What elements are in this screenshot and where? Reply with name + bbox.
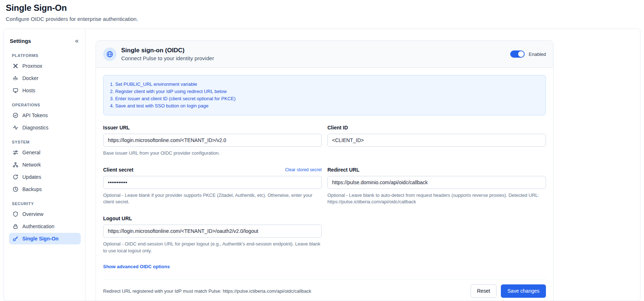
sidebar-title: Settings xyxy=(10,38,31,44)
sidebar-item-network[interactable]: Network xyxy=(9,159,81,171)
collapse-sidebar-icon[interactable]: « xyxy=(74,37,80,45)
sidebar-item-label: Network xyxy=(22,162,41,168)
section-label-system: SYSTEM xyxy=(12,140,78,144)
logout-url-input[interactable] xyxy=(103,225,322,238)
client-secret-field-group: Client secret Clear stored secret Option… xyxy=(103,167,322,206)
setup-steps-box: 1. Set PUBLIC_URL environment variable 2… xyxy=(103,75,546,115)
issuer-url-help: Base issuer URL from your OIDC provider … xyxy=(103,150,322,157)
issuer-url-field-group: Issuer URL Base issuer URL from your OID… xyxy=(103,125,322,157)
logout-url-field-group: Logout URL Optional - OIDC end-session U… xyxy=(103,216,322,254)
client-id-label: Client ID xyxy=(327,125,348,130)
settings-sidebar: Settings « PLATFORMS Proxmox Docker Host… xyxy=(4,29,85,301)
reset-button[interactable]: Reset xyxy=(471,284,497,298)
key-icon xyxy=(13,236,18,242)
sso-card-header: Single sign-on (OIDC) Connect Pulse to y… xyxy=(96,41,553,68)
sso-header-text: Single sign-on (OIDC) Connect Pulse to y… xyxy=(121,47,214,61)
show-advanced-options-link[interactable]: Show advanced OIDC options xyxy=(103,264,170,269)
sidebar-header: Settings « xyxy=(9,37,81,47)
sidebar-item-hosts[interactable]: Hosts xyxy=(9,85,81,96)
setup-step: 3. Enter issuer and client ID (client se… xyxy=(110,96,539,102)
main-content: Single sign-on (OIDC) Connect Pulse to y… xyxy=(85,29,640,301)
client-secret-help: Optional - Leave blank if your provider … xyxy=(103,192,322,206)
sidebar-item-proxmox[interactable]: Proxmox xyxy=(9,60,81,72)
sidebar-item-label: Updates xyxy=(22,174,41,180)
save-changes-button[interactable]: Save changes xyxy=(501,284,546,298)
activity-icon xyxy=(13,125,18,130)
section-label-platforms: PLATFORMS xyxy=(12,53,78,58)
clear-stored-secret-link[interactable]: Clear stored secret xyxy=(285,167,322,172)
sso-card-footer: Redirect URL registered with your IdP mu… xyxy=(103,279,546,298)
settings-card: Settings « PLATFORMS Proxmox Docker Host… xyxy=(4,28,640,301)
docker-icon xyxy=(13,75,18,81)
monitor-icon xyxy=(13,88,18,93)
sso-toggle-group: Enabled xyxy=(510,50,546,58)
client-id-input[interactable] xyxy=(327,134,546,147)
sidebar-item-label: Docker xyxy=(22,75,38,81)
sidebar-item-general[interactable]: General xyxy=(9,147,81,158)
redirect-url-field-group: Redirect URL Optional - Leave blank to a… xyxy=(327,167,546,206)
page-title: Single Sign-On xyxy=(6,3,638,13)
redirect-match-note: Redirect URL registered with your IdP mu… xyxy=(103,288,311,294)
client-secret-input[interactable] xyxy=(103,176,322,189)
sidebar-item-label: Authentication xyxy=(22,223,54,229)
sidebar-item-diagnostics[interactable]: Diagnostics xyxy=(9,122,81,133)
sidebar-item-label: Single Sign-On xyxy=(22,236,58,242)
footer-buttons: Reset Save changes xyxy=(471,284,546,298)
lock-icon xyxy=(13,223,18,229)
toggle-label: Enabled xyxy=(529,52,546,57)
toggle-knob xyxy=(518,51,524,57)
sso-subtitle: Connect Pulse to your identity provider xyxy=(121,55,214,61)
setup-step: 4. Save and test with SSO button on logi… xyxy=(110,103,539,109)
empty-grid-cell xyxy=(327,216,546,254)
sidebar-item-single-sign-on[interactable]: Single Sign-On xyxy=(9,233,81,244)
setup-step: 2. Register client with your IdP using r… xyxy=(110,88,539,95)
sidebar-item-updates[interactable]: Updates xyxy=(9,171,81,183)
sidebar-item-overview[interactable]: Overview xyxy=(9,208,81,220)
sso-form: Issuer URL Base issuer URL from your OID… xyxy=(103,125,546,254)
globe-icon xyxy=(103,48,116,61)
sidebar-item-label: General xyxy=(22,150,40,155)
sidebar-item-backups[interactable]: Backups xyxy=(9,183,81,195)
issuer-url-input[interactable] xyxy=(103,134,322,147)
refresh-icon xyxy=(13,174,18,180)
sidebar-item-label: Hosts xyxy=(22,88,35,93)
shield-icon xyxy=(13,211,18,217)
sidebar-item-label: Overview xyxy=(22,211,43,217)
badge-check-icon xyxy=(13,112,18,118)
section-label-operations: OPERATIONS xyxy=(12,103,78,107)
clock-icon xyxy=(13,186,18,192)
sidebar-item-label: API Tokens xyxy=(22,112,48,118)
sidebar-item-api-tokens[interactable]: API Tokens xyxy=(9,110,81,121)
redirect-url-input[interactable] xyxy=(327,176,546,189)
logout-url-help: Optional - OIDC end-session URL for prop… xyxy=(103,241,322,254)
section-label-security: SECURITY xyxy=(12,202,78,206)
redirect-url-label: Redirect URL xyxy=(327,167,360,173)
proxmox-icon xyxy=(13,63,18,69)
client-secret-label: Client secret xyxy=(103,167,133,173)
page-subtitle: Configure OIDC providers for enterprise … xyxy=(6,16,638,22)
issuer-url-label: Issuer URL xyxy=(103,125,130,130)
sso-title: Single sign-on (OIDC) xyxy=(121,47,214,54)
network-icon xyxy=(13,162,18,168)
client-id-field-group: Client ID xyxy=(327,125,546,157)
redirect-url-help: Optional - Leave blank to auto-detect fr… xyxy=(327,192,546,206)
sidebar-item-authentication[interactable]: Authentication xyxy=(9,221,81,232)
page-header: Single Sign-On Configure OIDC providers … xyxy=(0,0,644,22)
sidebar-item-label: Proxmox xyxy=(22,63,42,69)
sidebar-item-label: Backups xyxy=(22,186,42,192)
sso-enabled-toggle[interactable] xyxy=(510,50,525,58)
logout-url-label: Logout URL xyxy=(103,216,132,221)
sso-card-body: 1. Set PUBLIC_URL environment variable 2… xyxy=(96,68,553,301)
sliders-icon xyxy=(13,150,18,155)
sidebar-item-docker[interactable]: Docker xyxy=(9,72,81,84)
sso-settings-card: Single sign-on (OIDC) Connect Pulse to y… xyxy=(96,40,553,301)
setup-step: 1. Set PUBLIC_URL environment variable xyxy=(110,81,539,88)
sidebar-item-label: Diagnostics xyxy=(22,125,48,130)
